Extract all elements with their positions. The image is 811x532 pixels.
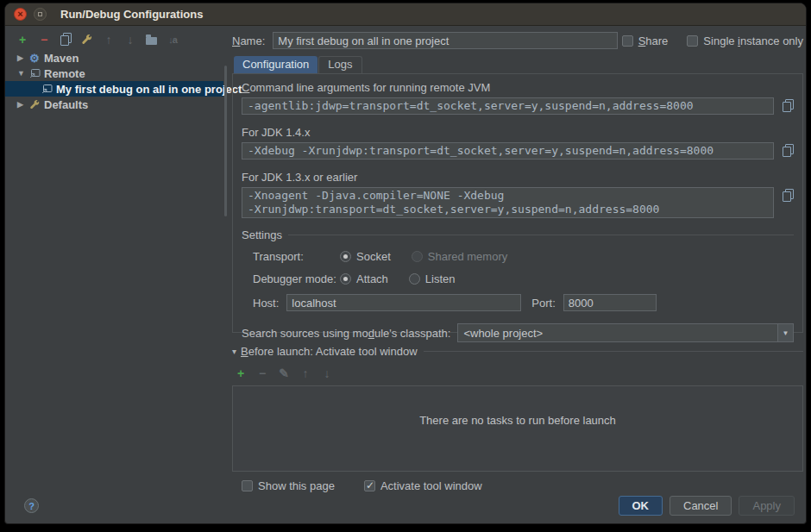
host-label: Host:: [253, 297, 279, 310]
single-instance-label: Single instance only: [703, 34, 803, 47]
edit-defaults-wrench-icon[interactable]: [81, 34, 93, 46]
share-checkbox-group[interactable]: Share: [622, 34, 669, 47]
listen-label[interactable]: Listen: [425, 272, 456, 285]
titlebar: × Run/Debug Configurations: [5, 3, 806, 26]
copy-to-clipboard-icon[interactable]: [782, 99, 794, 112]
copy-configuration-icon[interactable]: [60, 33, 72, 46]
attach-radio[interactable]: [340, 273, 351, 285]
classpath-combobox-value: <whole project>: [458, 327, 548, 340]
before-launch-title: Before launch: Activate tool window: [241, 345, 418, 358]
name-label: Name:: [232, 34, 265, 47]
combobox-arrow-icon[interactable]: ▼: [777, 324, 793, 341]
divider: [288, 235, 794, 235]
maven-icon: ⚙: [29, 52, 44, 65]
copy-to-clipboard-icon[interactable]: [782, 144, 794, 157]
dialog-body: + − ↑ ↓ ↓a ▶ ⚙ Maven ▼: [5, 26, 806, 523]
socket-radio[interactable]: [340, 251, 351, 262]
tasks-list-panel[interactable]: There are no tasks to run before launch: [232, 385, 803, 472]
tree-item-defaults[interactable]: ▶ Defaults: [5, 97, 223, 112]
cancel-button[interactable]: Cancel: [670, 496, 732, 516]
move-up-icon[interactable]: ↑: [103, 34, 115, 46]
maximize-glyph: [38, 12, 42, 16]
collapse-arrow-icon[interactable]: ▾: [232, 347, 236, 356]
search-sources-label: Search sources using module's classpath:: [242, 327, 450, 340]
port-label: Port:: [531, 297, 555, 310]
share-label: Share: [638, 34, 669, 47]
host-input[interactable]: [286, 294, 521, 311]
settings-group-header: Settings: [242, 228, 794, 241]
remote-icon: [41, 84, 56, 94]
share-checkbox[interactable]: [622, 35, 633, 47]
sort-configurations-icon[interactable]: ↓a: [167, 34, 179, 46]
cmdline-row: -agentlib:jdwp=transport=dt_socket,serve…: [242, 97, 794, 115]
cmdline-field[interactable]: -agentlib:jdwp=transport=dt_socket,serve…: [242, 97, 774, 115]
jdk14-label: For JDK 1.4.x: [242, 126, 794, 139]
before-launch-header[interactable]: ▾ Before launch: Activate tool window: [232, 345, 803, 358]
jdk13-row: -Xnoagent -Djava.compiler=NONE -Xdebug -…: [242, 187, 794, 218]
tab-logs[interactable]: Logs: [318, 56, 361, 73]
tree-item-label: Maven: [44, 52, 79, 65]
name-row: Name: Share Single instance only: [232, 32, 803, 49]
port-input[interactable]: [563, 294, 657, 311]
transport-row: Transport: Socket Shared memory: [253, 248, 794, 264]
tree-item-maven[interactable]: ▶ ⚙ Maven: [5, 50, 223, 66]
maximize-window-icon[interactable]: [34, 8, 47, 21]
transport-label: Transport:: [253, 250, 340, 263]
move-down-icon: ↓: [321, 367, 333, 379]
shared-memory-radio: [412, 251, 423, 262]
close-window-icon[interactable]: ×: [14, 8, 27, 21]
debugger-mode-label: Debugger mode:: [253, 272, 340, 285]
host-port-row: Host: Port:: [253, 294, 794, 311]
folder-icon[interactable]: [146, 37, 157, 45]
chevron-down-icon[interactable]: ▼: [17, 69, 29, 78]
socket-label[interactable]: Socket: [356, 250, 391, 263]
footer-buttons: OK Cancel Apply: [619, 496, 795, 516]
before-launch-toolbar: + − ✎ ↑ ↓: [235, 366, 803, 379]
shared-memory-label: Shared memory: [428, 250, 507, 263]
listen-radio[interactable]: [409, 273, 420, 285]
empty-tasks-message: There are no tasks to run before launch: [233, 414, 802, 427]
configurations-tree: ▶ ⚙ Maven ▼ Remote My first debug: [5, 50, 223, 112]
tree-item-remote[interactable]: ▼ Remote: [5, 66, 223, 81]
help-icon[interactable]: ?: [24, 498, 39, 513]
tab-configuration[interactable]: Configuration: [234, 56, 317, 73]
edit-task-icon: ✎: [278, 367, 290, 379]
jdk13-label: For JDK 1.3.x or earlier: [242, 171, 794, 184]
settings-group-label: Settings: [242, 228, 282, 241]
single-instance-checkbox[interactable]: [687, 35, 698, 47]
cmdline-label: Command line arguments for running remot…: [242, 81, 794, 94]
ok-button[interactable]: OK: [619, 496, 663, 516]
window-title: Run/Debug Configurations: [60, 8, 203, 21]
tree-item-my-first-debug[interactable]: My first debug on all in one project: [5, 81, 223, 97]
apply-button: Apply: [739, 496, 795, 516]
jdk13-field[interactable]: -Xnoagent -Djava.compiler=NONE -Xdebug -…: [242, 187, 774, 218]
name-input[interactable]: [273, 32, 618, 49]
defaults-wrench-icon: [29, 99, 44, 110]
tab-bar: Configuration Logs: [234, 55, 362, 73]
search-sources-row: Search sources using module's classpath:…: [242, 323, 794, 342]
chevron-right-icon[interactable]: ▶: [17, 53, 29, 62]
move-up-icon: ↑: [299, 367, 311, 379]
tree-item-label: My first debug on all in one project: [56, 83, 242, 96]
splitter-scrollbar[interactable]: [224, 66, 227, 216]
classpath-combobox[interactable]: <whole project> ▼: [457, 323, 794, 342]
jdk14-field[interactable]: -Xdebug -Xrunjdwp:transport=dt_socket,se…: [242, 142, 774, 160]
configurations-toolbar: + − ↑ ↓ ↓a: [16, 33, 179, 46]
move-down-icon[interactable]: ↓: [124, 34, 136, 46]
tree-item-label: Defaults: [44, 98, 88, 111]
dialog-footer: ? OK Cancel Apply: [5, 489, 806, 523]
remote-icon: [29, 68, 44, 78]
screen: × Run/Debug Configurations + − ↑ ↓ ↓a: [0, 0, 811, 532]
debugger-mode-row: Debugger mode: Attach Listen: [253, 271, 794, 286]
remove-configuration-icon[interactable]: −: [38, 34, 50, 46]
remove-task-icon: −: [256, 367, 268, 379]
jdk14-row: -Xdebug -Xrunjdwp:transport=dt_socket,se…: [242, 142, 794, 160]
chevron-right-icon[interactable]: ▶: [17, 100, 29, 109]
before-launch-section: ▾ Before launch: Activate tool window + …: [232, 345, 803, 492]
add-task-icon[interactable]: +: [235, 367, 247, 379]
attach-label[interactable]: Attach: [356, 272, 388, 285]
configuration-tab-panel: Command line arguments for running remot…: [232, 73, 803, 333]
add-configuration-icon[interactable]: +: [16, 34, 28, 46]
single-instance-checkbox-group[interactable]: Single instance only: [687, 34, 803, 47]
copy-to-clipboard-icon[interactable]: [782, 189, 794, 202]
